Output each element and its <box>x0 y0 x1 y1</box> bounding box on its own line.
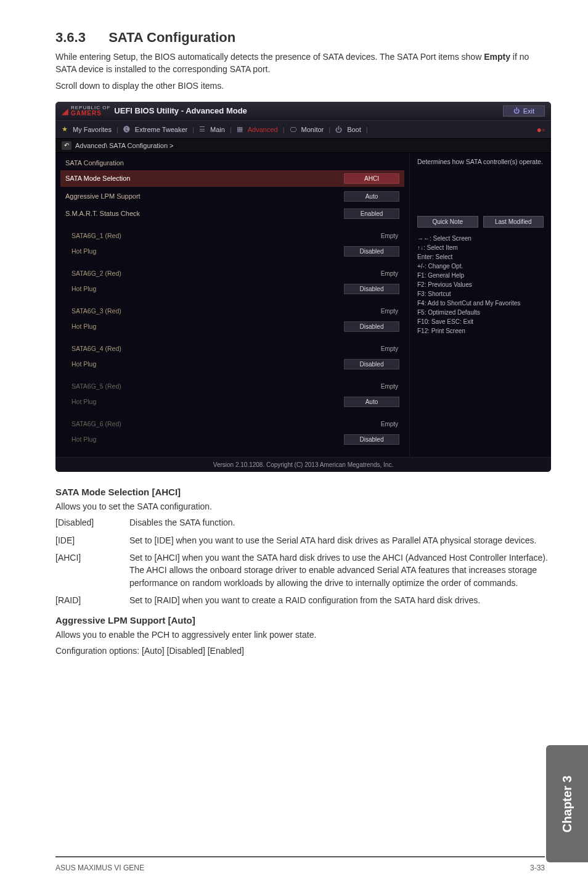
hot-plug-row[interactable]: Hot PlugDisabled <box>60 431 404 448</box>
star-icon: ★ <box>62 125 68 133</box>
hot-plug-value[interactable]: Disabled <box>344 321 399 332</box>
bios-settings-pane: SATA Configuration SATA Mode Selection A… <box>55 153 409 457</box>
tweaker-icon: 🅠 <box>123 126 130 133</box>
hint-line: F2: Previous Values <box>417 280 544 289</box>
port-state: Empty <box>344 269 399 278</box>
hw-monitor-icon[interactable]: ●◦ <box>537 125 545 134</box>
hot-plug-label: Hot Plug <box>71 360 344 368</box>
exit-label: Exit <box>523 107 534 115</box>
chapter-side-tab: Chapter 3 <box>546 745 588 862</box>
bios-utility-title: UEFI BIOS Utility - Advanced Mode <box>114 106 247 115</box>
tab-boot[interactable]: Boot <box>347 126 361 133</box>
hot-plug-value[interactable]: Auto <box>344 397 399 407</box>
sata-port-row: SATA6G_1 (Red)Empty <box>60 228 404 244</box>
sata-mode-selection-row[interactable]: SATA Mode Selection AHCI <box>60 170 404 187</box>
option-key: [Disabled] <box>55 516 129 529</box>
hot-plug-row[interactable]: Hot PlugDisabled <box>60 243 404 260</box>
boot-icon: ⏻ <box>335 126 342 133</box>
lpm-heading: Aggressive LPM Support [Auto] <box>55 615 551 625</box>
sata-mode-label: SATA Mode Selection <box>65 175 130 182</box>
back-button[interactable]: ↶ <box>62 141 71 150</box>
hint-line: +/-: Change Opt. <box>417 262 544 271</box>
smart-value[interactable]: Enabled <box>344 208 399 219</box>
bios-screenshot: ◢ REPUBLIC OF GAMERS UEFI BIOS Utility -… <box>55 102 551 472</box>
exit-button[interactable]: ⏻ Exit <box>503 105 545 117</box>
intro-para-1: While entering Setup, the BIOS automatic… <box>55 51 551 76</box>
bios-logo-line2: GAMERS <box>71 110 110 117</box>
hint-line: F10: Save ESC: Exit <box>417 317 544 326</box>
aggressive-lpm-row[interactable]: Aggressive LPM Support Auto <box>60 188 404 205</box>
power-icon: ⏻ <box>513 107 520 114</box>
hint-line: F1: General Help <box>417 271 544 280</box>
option-desc: Set to [IDE] when you want to use the Se… <box>129 534 551 547</box>
hot-plug-row[interactable]: Hot PlugDisabled <box>60 318 404 335</box>
option-desc: Disables the SATA function. <box>129 516 551 529</box>
section-heading: 3.6.3 SATA Configuration <box>55 30 551 46</box>
hint-line: ↑↓: Select Item <box>417 243 544 252</box>
quick-note-button[interactable]: Quick Note <box>417 216 478 228</box>
tab-my-favorites[interactable]: My Favorites <box>73 126 112 133</box>
monitor-icon: 🖵 <box>290 126 296 133</box>
hot-plug-value[interactable]: Disabled <box>344 434 399 445</box>
list-icon: ☰ <box>199 125 205 133</box>
option-desc: Set to [RAID] when you want to create a … <box>129 594 551 606</box>
section-title-text: SATA Configuration <box>108 30 235 45</box>
option-desc: Set to [AHCI] when you want the SATA har… <box>129 551 551 589</box>
footer-page-number: 3-33 <box>530 864 545 872</box>
bios-help-pane: Determines how SATA controller(s) operat… <box>409 153 551 457</box>
hint-line: Enter: Select <box>417 252 544 262</box>
page-footer: ASUS MAXIMUS VI GENE 3-33 <box>55 859 545 872</box>
footer-product: ASUS MAXIMUS VI GENE <box>55 864 144 872</box>
help-text: Determines how SATA controller(s) operat… <box>417 158 544 167</box>
mode-selection-lead: Allows you to set the SATA configuration… <box>55 501 551 513</box>
intro-para-2: Scroll down to display the other BIOS it… <box>55 80 551 92</box>
sata-config-header: SATA Configuration <box>60 157 404 169</box>
chip-icon: ▦ <box>237 125 243 133</box>
hot-plug-value[interactable]: Disabled <box>344 246 399 257</box>
last-modified-button[interactable]: Last Modified <box>483 216 544 228</box>
sata-port-row: SATA6G_3 (Red)Empty <box>60 303 404 319</box>
hint-line: F4: Add to ShortCut and My Favorites <box>417 299 544 308</box>
hot-plug-row[interactable]: Hot PlugDisabled <box>60 281 404 297</box>
bios-tab-bar: ★ My Favorites | 🅠 Extreme Tweaker | ☰ M… <box>55 120 551 139</box>
port-state: Empty <box>344 382 399 391</box>
option-row: [AHCI]Set to [AHCI] when you want the SA… <box>55 551 551 589</box>
hot-plug-label: Hot Plug <box>71 323 344 330</box>
hint-line: F5: Optimized Defaults <box>417 308 544 317</box>
rog-badge-icon: ◢ <box>62 106 68 116</box>
port-name: SATA6G_6 (Red) <box>71 420 344 427</box>
tab-advanced[interactable]: Advanced <box>248 126 278 133</box>
smart-status-row[interactable]: S.M.A.R.T. Status Check Enabled <box>60 205 404 222</box>
hot-plug-label: Hot Plug <box>71 398 344 405</box>
lpm-value[interactable]: Auto <box>344 191 399 202</box>
hot-plug-label: Hot Plug <box>71 285 344 292</box>
lpm-line2: Configuration options: [Auto] [Disabled]… <box>55 645 551 658</box>
option-key: [AHCI] <box>55 551 129 589</box>
option-row: [IDE]Set to [IDE] when you want to use t… <box>55 534 551 547</box>
hot-plug-value[interactable]: Disabled <box>344 359 399 369</box>
smart-label: S.M.A.R.T. Status Check <box>65 210 344 217</box>
breadcrumb: ↶ Advanced\ SATA Configuration > <box>55 139 551 153</box>
hot-plug-value[interactable]: Disabled <box>344 284 399 294</box>
lpm-label: Aggressive LPM Support <box>65 192 344 200</box>
hot-plug-row[interactable]: Hot PlugDisabled <box>60 356 404 373</box>
port-state: Empty <box>344 231 399 241</box>
hot-plug-row[interactable]: Hot PlugAuto <box>60 394 404 410</box>
hot-plug-label: Hot Plug <box>71 247 344 255</box>
sata-mode-value[interactable]: AHCI <box>344 173 399 184</box>
hot-plug-label: Hot Plug <box>71 435 344 443</box>
tab-monitor[interactable]: Monitor <box>301 126 324 133</box>
port-name: SATA6G_4 (Red) <box>71 345 344 352</box>
breadcrumb-text: Advanced\ SATA Configuration > <box>75 142 174 149</box>
option-key: [RAID] <box>55 594 129 606</box>
bios-version-footer: Version 2.10.1208. Copyright (C) 2013 Am… <box>55 457 551 472</box>
port-name: SATA6G_5 (Red) <box>71 382 344 390</box>
hint-line: F3: Shortcut <box>417 289 544 299</box>
option-row: [RAID]Set to [RAID] when you want to cre… <box>55 594 551 606</box>
option-row: [Disabled]Disables the SATA function. <box>55 516 551 529</box>
tab-main[interactable]: Main <box>210 126 225 133</box>
port-state: Empty <box>344 419 399 429</box>
port-state: Empty <box>344 307 399 316</box>
chapter-label: Chapter 3 <box>560 775 574 832</box>
tab-extreme-tweaker[interactable]: Extreme Tweaker <box>135 126 187 133</box>
